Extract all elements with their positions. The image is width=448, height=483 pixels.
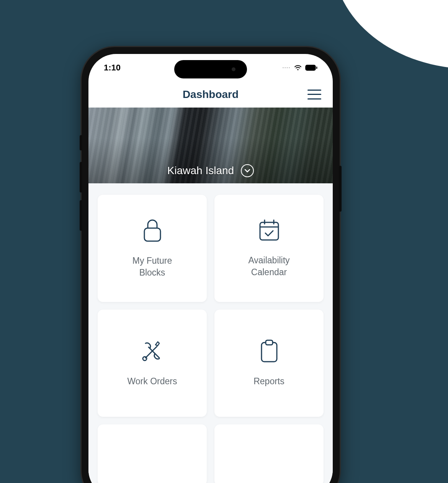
battery-icon [305,65,317,71]
phone-screen: 1:10 ···· Dashbo [88,54,333,483]
svg-rect-2 [144,228,160,241]
lock-icon [142,218,163,244]
property-name: Kiawah Island [167,165,234,177]
phone-side-button [80,135,82,150]
tile-reports[interactable]: Reports [214,310,324,417]
property-selector[interactable]: Kiawah Island [88,164,333,177]
clipboard-icon [259,339,279,365]
phone-volume-up [80,162,82,193]
wifi-icon [294,65,302,71]
svg-rect-1 [316,67,317,69]
phone-frame: 1:10 ···· Dashbo [80,46,341,483]
tile-label: AvailabilityCalendar [248,255,289,278]
nav-bar: Dashboard [88,81,333,108]
hamburger-icon [307,94,321,95]
svg-point-7 [143,357,147,361]
tile-availability-calendar[interactable]: AvailabilityCalendar [214,195,324,302]
calendar-check-icon [258,219,281,244]
hamburger-icon [307,90,321,91]
tile-placeholder[interactable] [214,424,324,483]
tile-grid-row3 [98,424,324,483]
status-time: 1:10 [104,63,121,73]
status-right: ···· [283,65,317,71]
hamburger-icon [307,98,321,100]
background-curve [333,0,448,69]
tile-future-blocks[interactable]: My FutureBlocks [98,195,207,302]
tile-placeholder[interactable] [98,424,207,483]
tile-label: My FutureBlocks [132,255,172,279]
content-area: My FutureBlocks AvailabilityCalendar [88,183,333,483]
tile-grid: My FutureBlocks AvailabilityCalendar [98,195,324,417]
svg-rect-9 [266,340,273,345]
page-title: Dashboard [183,88,239,101]
phone-volume-down [80,200,82,231]
svg-rect-0 [306,65,316,70]
phone-power-button [339,166,342,212]
tools-icon [140,339,165,365]
tile-work-orders[interactable]: Work Orders [98,310,207,417]
tile-label: Reports [253,375,284,387]
property-hero[interactable]: Kiawah Island [88,108,333,183]
cellular-dots-icon: ···· [283,65,291,70]
chevron-down-icon [241,164,254,177]
menu-button[interactable] [307,90,321,100]
tile-label: Work Orders [128,375,177,387]
dynamic-island [174,60,247,78]
svg-rect-3 [260,222,278,240]
